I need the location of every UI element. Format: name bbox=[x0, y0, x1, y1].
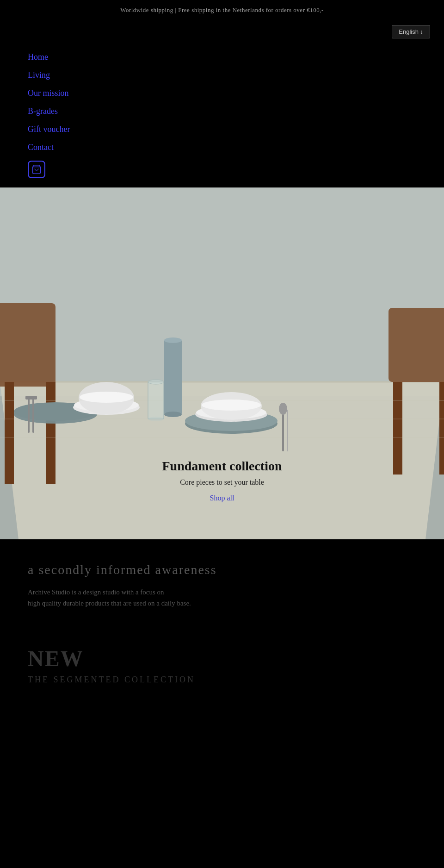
tagline-line1: Archive Studio is a design studio with a… bbox=[28, 588, 164, 596]
svg-point-27 bbox=[148, 380, 164, 384]
svg-point-24 bbox=[164, 337, 182, 343]
svg-point-34 bbox=[202, 400, 261, 411]
new-section: NEW THE SEGMENTED COLLECTION bbox=[0, 623, 444, 694]
bottom-spacer bbox=[0, 694, 444, 787]
language-selector[interactable]: English ↓ bbox=[392, 25, 430, 38]
navigation-menu: Home Living Our mission B-grades Gift vo… bbox=[0, 43, 444, 187]
hero-title: Fundament collection bbox=[130, 459, 314, 474]
shopping-bag-icon bbox=[31, 164, 42, 175]
cart-button[interactable] bbox=[28, 161, 45, 178]
tagline-body: Archive Studio is a design studio with a… bbox=[28, 587, 416, 609]
svg-rect-10 bbox=[439, 382, 444, 475]
tagline-section: a secondly informed awareness Archive St… bbox=[0, 539, 444, 623]
hero-shop-all-link[interactable]: Shop all bbox=[210, 494, 234, 502]
svg-rect-21 bbox=[32, 396, 34, 433]
svg-point-19 bbox=[80, 392, 133, 403]
svg-rect-20 bbox=[28, 396, 30, 433]
svg-rect-22 bbox=[25, 396, 37, 400]
hero-subtitle: Core pieces to set your table bbox=[130, 478, 314, 487]
hero-text-overlay: Fundament collection Core pieces to set … bbox=[130, 459, 314, 502]
segmented-collection-label: THE SEGMENTED COLLECTION bbox=[28, 675, 416, 685]
nav-living[interactable]: Living bbox=[28, 70, 416, 80]
announcement-text: Worldwide shipping | Free shipping in th… bbox=[120, 6, 324, 13]
svg-rect-26 bbox=[148, 382, 164, 419]
svg-rect-23 bbox=[164, 340, 182, 414]
svg-point-28 bbox=[148, 417, 164, 421]
svg-point-25 bbox=[164, 412, 182, 417]
nav-b-grades[interactable]: B-grades bbox=[28, 106, 416, 116]
nav-gift-voucher[interactable]: Gift voucher bbox=[28, 125, 416, 134]
svg-rect-8 bbox=[388, 308, 444, 382]
svg-point-36 bbox=[279, 403, 287, 415]
nav-home[interactable]: Home bbox=[28, 52, 416, 62]
svg-rect-5 bbox=[0, 303, 56, 387]
svg-rect-7 bbox=[46, 382, 56, 484]
announcement-bar: Worldwide shipping | Free shipping in th… bbox=[0, 0, 444, 20]
hero-section: Fundament collection Core pieces to set … bbox=[0, 187, 444, 539]
svg-rect-6 bbox=[5, 382, 14, 484]
nav-contact[interactable]: Contact bbox=[28, 143, 416, 152]
header: English ↓ bbox=[0, 20, 444, 43]
tagline-heading: a secondly informed awareness bbox=[28, 562, 416, 577]
cart-icon-wrap[interactable] bbox=[28, 161, 416, 178]
new-label: NEW bbox=[28, 646, 416, 671]
svg-rect-37 bbox=[287, 410, 288, 451]
nav-our-mission[interactable]: Our mission bbox=[28, 88, 416, 98]
svg-rect-9 bbox=[393, 382, 402, 475]
tagline-line2: high quality durable products that are u… bbox=[28, 599, 191, 607]
svg-rect-35 bbox=[282, 410, 284, 451]
